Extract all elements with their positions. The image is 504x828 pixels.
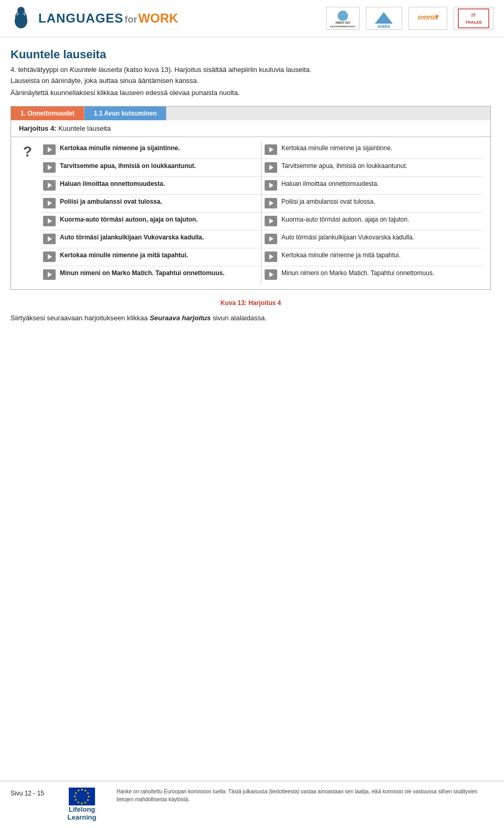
audio-button-left[interactable] xyxy=(43,180,56,191)
right-sentence-text: Kuorma-auto törmäsi autoon, ajaja on taj… xyxy=(281,215,409,224)
svg-point-1 xyxy=(15,14,27,28)
right-sentence-row: Tarvitsemme apua, ihmisiä on loukkaantun… xyxy=(261,159,482,177)
right-sentence-text: Haluan ilmoittaa onnettomuudesta. xyxy=(281,180,379,188)
right-sentence-row: Poliisi ja ambulanssi ovat tulossa. xyxy=(261,195,482,213)
play-icon xyxy=(269,201,274,206)
play-icon xyxy=(48,165,52,170)
right-sentence-text: Poliisi ja ambulanssi ovat tulossa. xyxy=(281,197,375,206)
svg-rect-14 xyxy=(69,788,95,805)
left-sentence-text: Auto törmäsi jalankulkijaan Vukovarska k… xyxy=(60,233,204,242)
svg-text:omnia: omnia xyxy=(418,13,438,21)
audio-button-right[interactable] xyxy=(265,251,277,262)
right-sentence-row: Kuorma-auto törmäsi autoon, ajaja on taj… xyxy=(261,213,482,230)
lifelong-line1: Lifelong xyxy=(68,805,97,814)
subtitle-prefix: 4. tehtävätyyppi on xyxy=(10,66,70,74)
partner-logo-avera: AVERA xyxy=(366,7,402,30)
main-logo: LANGUAGES for WORK xyxy=(8,5,178,32)
audio-button-left[interactable] xyxy=(43,216,56,226)
audio-button-right[interactable] xyxy=(265,162,277,173)
audio-button-right[interactable] xyxy=(265,234,277,244)
logo-icon xyxy=(8,5,34,32)
right-sentence-col: Kertokaa minulle nimenne ja sijaintinne.… xyxy=(261,141,482,284)
svg-point-0 xyxy=(17,7,25,14)
svg-point-5 xyxy=(338,11,348,21)
audio-button-right[interactable] xyxy=(265,198,277,208)
right-sentence-text: Auto törmäsi jalankulkijaan Vukovarska k… xyxy=(281,233,414,242)
left-sentence-text: Kertokaa minulle nimenne ja sijaintinne. xyxy=(60,144,180,153)
partner-logo-tralee: IT TRALEE xyxy=(454,7,494,30)
svg-text:TRALEE: TRALEE xyxy=(465,20,482,25)
left-sentence-text: Kuorma-auto törmäsi autoon, ajaja on taj… xyxy=(60,215,198,224)
left-sentence-text: Poliisi ja ambulanssi ovat tulossa. xyxy=(60,197,162,206)
left-sentence-col: Kertokaa minulle nimenne ja sijaintinne.… xyxy=(40,141,261,284)
left-sentence-text: Kertokaa minulle nimenne ja mitä tapahtu… xyxy=(60,251,188,260)
svg-text:▶: ▶ xyxy=(436,14,439,18)
play-icon xyxy=(48,236,52,242)
right-sentence-text: Minun nimeni on Marko Matich. Tapahtui o… xyxy=(281,269,434,278)
audio-button-left[interactable] xyxy=(43,162,56,173)
right-sentence-row: Auto törmäsi jalankulkijaan Vukovarska k… xyxy=(261,230,482,248)
right-sentence-row: Minun nimeni on Marko Matich. Tapahtui o… xyxy=(261,266,482,284)
partner-logo-sieida: SIEIDA VEA ALUEOPPIMISEN KOULU xyxy=(326,7,360,30)
svg-rect-11 xyxy=(458,9,489,28)
left-sentence-row: Poliisi ja ambulanssi ovat tulossa. xyxy=(40,195,261,213)
audio-button-right[interactable] xyxy=(265,144,277,155)
logo-text: LANGUAGES for WORK xyxy=(38,11,178,26)
page-title: Kuuntele lauseita xyxy=(10,48,491,61)
tab-avun-kutsuminen[interactable]: 1.1 Avun kutsuminen xyxy=(85,107,167,120)
right-sentence-row: Haluan ilmoittaa onnettomuudesta. xyxy=(261,177,482,195)
play-icon xyxy=(269,147,274,152)
next-instruction: Siirtyäksesi seuraavaan harjoitukseen kl… xyxy=(10,314,491,322)
page-footer: Sivu 12 - 15 Lifelong Learn xyxy=(0,781,504,828)
audio-button-right[interactable] xyxy=(265,216,277,226)
sentences-wrapper: Kertokaa minulle nimenne ja sijaintinne.… xyxy=(40,141,482,284)
left-sentence-row: Haluan ilmoittaa onnettomuudesta. xyxy=(40,177,261,195)
left-sentence-row: Kertokaa minulle nimenne ja sijaintinne. xyxy=(40,141,261,159)
question-mark-col: ? xyxy=(19,141,40,284)
left-sentence-text: Tarvitsemme apua, ihmisiä on loukkaantun… xyxy=(60,162,196,171)
lifelong-learning-text: Lifelong Learning xyxy=(68,805,97,822)
play-icon xyxy=(269,165,274,170)
play-icon xyxy=(48,254,52,259)
left-sentence-text: Haluan ilmoittaa onnettomuudesta. xyxy=(60,180,165,188)
play-icon xyxy=(269,272,274,277)
exercise-header-bold: Harjoitus 4: xyxy=(19,124,57,132)
play-icon xyxy=(269,236,274,242)
left-sentence-row: Kertokaa minulle nimenne ja mitä tapahtu… xyxy=(40,248,261,266)
partner-logo-omnia: omnia ▶ xyxy=(408,7,447,30)
svg-text:AVERA: AVERA xyxy=(377,25,390,28)
eu-stars-icon xyxy=(69,788,95,805)
audio-button-left[interactable] xyxy=(43,234,56,244)
page-header: LANGUAGES for WORK SIEIDA VEA ALUEOPPIMI… xyxy=(0,0,504,37)
lifelong-line2: Learning xyxy=(68,813,97,822)
exercise-table: ? Kertokaa minulle nimenne ja sijaintinn… xyxy=(11,137,490,289)
left-sentence-row: Tarvitsemme apua, ihmisiä on loukkaantun… xyxy=(40,159,261,177)
audio-button-right[interactable] xyxy=(265,269,277,280)
audio-button-left[interactable] xyxy=(43,269,56,280)
play-icon xyxy=(48,218,52,224)
right-sentence-row: Kertokaa minulle nimenne ja mitä tapahtu… xyxy=(261,248,482,266)
svg-text:IT: IT xyxy=(471,13,476,18)
tab-onnettomuudet[interactable]: 1. Onnettomuudet xyxy=(11,107,85,120)
play-icon xyxy=(269,183,274,188)
play-icon xyxy=(48,201,52,206)
exercise-header: Harjoitus 4: Kuuntele lauseita xyxy=(11,120,490,137)
next-italic: Seuraava harjoitus xyxy=(150,314,211,322)
page-desc1: Lauseista on ääninäyte, joka auttaa sinu… xyxy=(10,77,491,85)
play-icon xyxy=(48,272,52,277)
play-icon xyxy=(48,147,52,152)
left-sentence-text: Minun nimeni on Marko Matich. Tapahtui o… xyxy=(60,269,225,278)
audio-button-left[interactable] xyxy=(43,144,56,155)
right-sentence-text: Kertokaa minulle nimenne ja sijaintinne. xyxy=(281,144,392,153)
audio-button-left[interactable] xyxy=(43,251,56,262)
audio-button-right[interactable] xyxy=(265,180,277,191)
svg-text:SIEIDA VEA: SIEIDA VEA xyxy=(335,21,351,24)
left-sentence-row: Minun nimeni on Marko Matich. Tapahtui o… xyxy=(40,266,261,284)
left-sentence-row: Kuorma-auto törmäsi autoon, ajaja on taj… xyxy=(40,213,261,230)
right-sentence-text: Kertokaa minulle nimenne ja mitä tapahtu… xyxy=(281,251,401,260)
svg-text:ALUEOPPIMISEN KOULU: ALUEOPPIMISEN KOULU xyxy=(330,25,356,28)
audio-button-left[interactable] xyxy=(43,198,56,208)
right-sentence-row: Kertokaa minulle nimenne ja sijaintinne. xyxy=(261,141,482,159)
play-icon xyxy=(269,254,274,259)
exercise-caption: Kuva 13: Harjoitus 4 xyxy=(10,299,491,307)
